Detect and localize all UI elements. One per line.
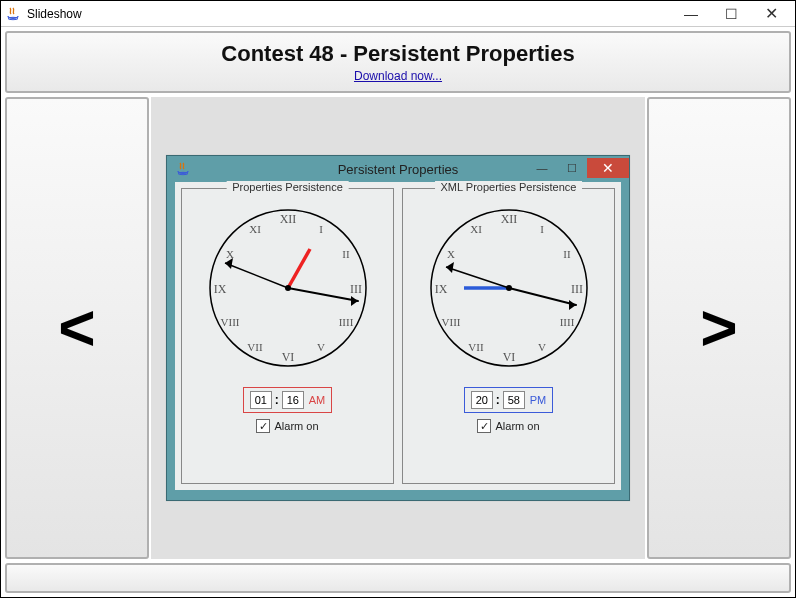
time-colon: : xyxy=(496,393,500,407)
svg-text:XII: XII xyxy=(500,212,517,226)
prev-button[interactable]: < xyxy=(5,97,149,559)
window-title: Slideshow xyxy=(27,7,82,21)
slide-area: Persistent Properties — ☐ ✕ Properties P… xyxy=(151,97,645,559)
time-row-1: : AM xyxy=(243,387,333,413)
svg-marker-17 xyxy=(351,296,358,306)
time-row-2: : PM xyxy=(464,387,554,413)
outer-titlebar: Slideshow — ☐ ✕ xyxy=(1,1,795,27)
footer-band xyxy=(5,563,791,593)
svg-text:I: I xyxy=(319,223,323,235)
download-link[interactable]: Download now... xyxy=(354,69,442,83)
panel-properties: Properties Persistence XII I II III IIII… xyxy=(181,188,394,484)
svg-text:V: V xyxy=(538,341,546,353)
java-icon xyxy=(175,161,191,177)
svg-marker-38 xyxy=(446,262,454,273)
maximize-button[interactable]: ☐ xyxy=(711,2,751,26)
ampm-2: PM xyxy=(530,394,547,406)
svg-text:V: V xyxy=(317,341,325,353)
svg-text:VII: VII xyxy=(247,341,263,353)
svg-line-15 xyxy=(288,249,310,288)
svg-line-37 xyxy=(446,267,509,288)
inner-titlebar: Persistent Properties — ☐ ✕ xyxy=(167,156,629,182)
minimize-button[interactable]: — xyxy=(671,2,711,26)
alarm-row-2: ✓ Alarm on xyxy=(477,419,539,433)
java-icon xyxy=(5,6,21,22)
panel-xml-properties: XML Properties Persistence XII I II III … xyxy=(402,188,615,484)
alarm-checkbox-1[interactable]: ✓ xyxy=(256,419,270,433)
alarm-label-1: Alarm on xyxy=(274,420,318,432)
alarm-row-1: ✓ Alarm on xyxy=(256,419,318,433)
content-row: < Persistent Properties — ☐ ✕ xyxy=(1,95,795,561)
panel-legend: Properties Persistence xyxy=(226,181,349,193)
close-button[interactable]: ✕ xyxy=(751,2,791,26)
svg-text:XI: XI xyxy=(470,223,482,235)
ampm-1: AM xyxy=(309,394,326,406)
inner-maximize-button[interactable]: ☐ xyxy=(557,158,587,178)
svg-text:IX: IX xyxy=(434,282,447,296)
svg-text:IIII: IIII xyxy=(338,316,353,328)
minute-input-1[interactable] xyxy=(282,391,304,409)
svg-text:III: III xyxy=(350,282,362,296)
svg-text:II: II xyxy=(563,248,571,260)
inner-window: Persistent Properties — ☐ ✕ Properties P… xyxy=(166,155,630,501)
inner-window-title: Persistent Properties xyxy=(338,162,459,177)
next-button[interactable]: > xyxy=(647,97,791,559)
svg-text:IX: IX xyxy=(213,282,226,296)
svg-text:VIII: VIII xyxy=(220,316,239,328)
svg-text:VIII: VIII xyxy=(441,316,460,328)
svg-line-18 xyxy=(225,263,288,288)
svg-text:VI: VI xyxy=(281,350,294,364)
alarm-checkbox-2[interactable]: ✓ xyxy=(477,419,491,433)
page-title: Contest 48 - Persistent Properties xyxy=(221,41,574,67)
alarm-label-2: Alarm on xyxy=(495,420,539,432)
inner-minimize-button[interactable]: — xyxy=(527,158,557,178)
svg-text:IIII: IIII xyxy=(559,316,574,328)
svg-text:X: X xyxy=(447,248,455,260)
inner-close-button[interactable]: ✕ xyxy=(587,158,629,178)
hour-input-1[interactable] xyxy=(250,391,272,409)
svg-point-39 xyxy=(506,285,512,291)
outer-window: Slideshow — ☐ ✕ Contest 48 - Persistent … xyxy=(0,0,796,598)
svg-marker-36 xyxy=(569,300,576,310)
svg-text:I: I xyxy=(540,223,544,235)
inner-body: Properties Persistence XII I II III IIII… xyxy=(175,182,621,490)
panel-legend: XML Properties Persistence xyxy=(435,181,583,193)
svg-text:III: III xyxy=(571,282,583,296)
svg-line-16 xyxy=(288,288,358,301)
svg-text:VII: VII xyxy=(468,341,484,353)
hour-input-2[interactable] xyxy=(471,391,493,409)
header-band: Contest 48 - Persistent Properties Downl… xyxy=(5,31,791,93)
svg-point-20 xyxy=(285,285,291,291)
time-colon: : xyxy=(275,393,279,407)
svg-text:XII: XII xyxy=(279,212,296,226)
svg-text:XI: XI xyxy=(249,223,261,235)
clock-1: XII I II III IIII V VI VII VIII IX X xyxy=(203,203,373,373)
clock-2: XII I II III IIII V VI VII VIII IX X xyxy=(424,203,594,373)
svg-text:II: II xyxy=(342,248,350,260)
svg-text:VI: VI xyxy=(502,350,515,364)
svg-line-35 xyxy=(509,288,576,305)
minute-input-2[interactable] xyxy=(503,391,525,409)
